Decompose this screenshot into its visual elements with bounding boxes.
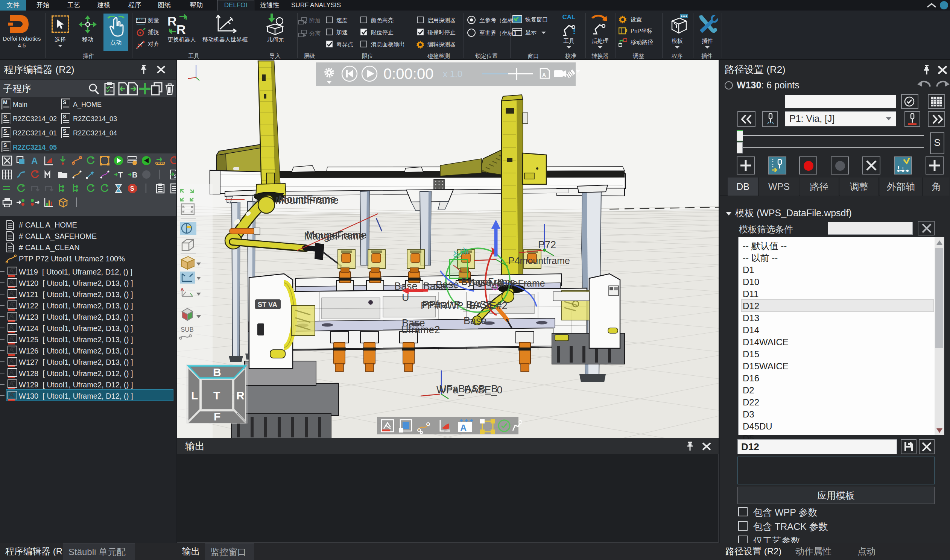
svg-text:R: R [177, 22, 186, 35]
svg-text:F: F [214, 410, 220, 423]
svg-text:P4mountframe: P4mountframe [508, 255, 570, 266]
svg-text:S: S [3, 128, 7, 134]
svg-text:R: R [236, 389, 245, 402]
svg-text:S: S [63, 99, 66, 105]
svg-text:T: T [213, 389, 220, 402]
svg-text:U: U [402, 292, 410, 303]
svg-text:ByageFrame: ByageFrame [461, 277, 515, 287]
svg-text:A: A [460, 423, 467, 433]
svg-text:MougeFrame: MougeFrame [306, 229, 367, 241]
svg-text:P72: P72 [538, 239, 556, 251]
svg-text:S: S [3, 114, 7, 120]
svg-text:S: S [63, 128, 66, 134]
svg-text:B: B [132, 171, 137, 179]
svg-text:S: S [63, 114, 66, 120]
svg-text:A: A [542, 72, 546, 78]
svg-text:Uframe2: Uframe2 [401, 324, 440, 335]
svg-text:PPfral*P_BASE: PPfral*P_BASE [422, 299, 493, 310]
svg-text:T: T [118, 171, 123, 179]
svg-text:B: B [213, 366, 221, 378]
svg-text:S: S [130, 185, 134, 192]
svg-text:Base: Base [463, 315, 487, 326]
svg-text:ST VA: ST VA [258, 301, 277, 308]
svg-text:0:00:00: 0:00:00 [383, 65, 433, 82]
svg-text:S: S [3, 142, 7, 148]
svg-text:SUB: SUB [180, 326, 194, 333]
svg-text:MountFrame: MountFrame [279, 194, 336, 205]
svg-text:M: M [3, 99, 8, 105]
svg-text:Base: Base [436, 279, 459, 290]
svg-text:R: R [168, 14, 177, 28]
svg-text:x 1.0: x 1.0 [443, 69, 462, 79]
svg-text:A: A [31, 156, 38, 166]
svg-text:S: S [174, 174, 176, 179]
svg-text:UFaBASB_B: UFaBASB_B [439, 383, 498, 394]
svg-text:L: L [191, 389, 198, 402]
